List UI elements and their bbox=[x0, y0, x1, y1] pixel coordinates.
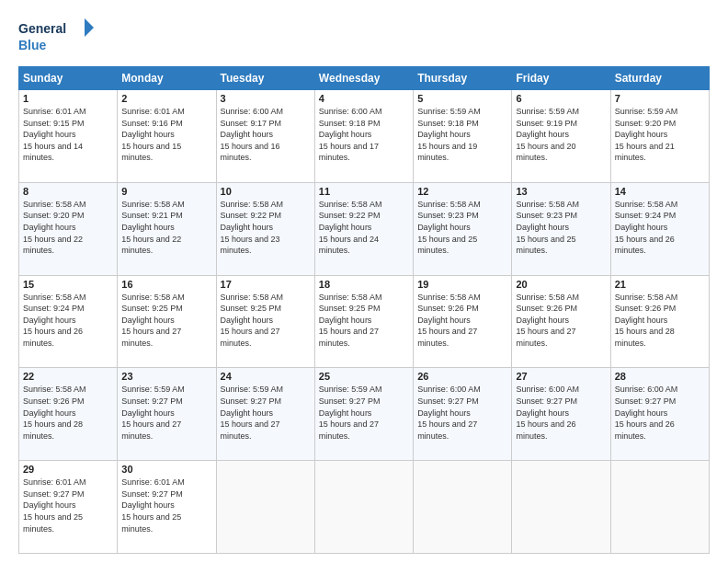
svg-marker-1 bbox=[85, 18, 94, 37]
day-number: 11 bbox=[319, 186, 409, 197]
day-number: 3 bbox=[221, 93, 311, 104]
calendar-cell: 6 Sunrise: 5:59 AM Sunset: 9:19 PM Dayli… bbox=[512, 90, 610, 183]
day-number: 7 bbox=[615, 93, 705, 104]
day-number: 25 bbox=[319, 371, 409, 382]
day-info: Sunrise: 5:58 AM Sunset: 9:26 PM Dayligh… bbox=[23, 384, 113, 442]
day-number: 1 bbox=[23, 93, 113, 104]
day-number: 4 bbox=[319, 93, 409, 104]
calendar-cell: 19 Sunrise: 5:58 AM Sunset: 9:26 PM Dayl… bbox=[414, 275, 512, 368]
calendar-cell: 21 Sunrise: 5:58 AM Sunset: 9:26 PM Dayl… bbox=[610, 275, 709, 368]
day-info: Sunrise: 6:00 AM Sunset: 9:18 PM Dayligh… bbox=[319, 106, 409, 164]
calendar-cell: 14 Sunrise: 5:58 AM Sunset: 9:24 PM Dayl… bbox=[610, 182, 709, 275]
calendar-header-saturday: Saturday bbox=[610, 67, 709, 90]
calendar-cell: 3 Sunrise: 6:00 AM Sunset: 9:17 PM Dayli… bbox=[216, 90, 314, 183]
day-number: 26 bbox=[417, 371, 507, 382]
calendar-cell: 26 Sunrise: 6:00 AM Sunset: 9:27 PM Dayl… bbox=[414, 368, 512, 461]
day-info: Sunrise: 6:00 AM Sunset: 9:27 PM Dayligh… bbox=[615, 384, 705, 442]
calendar-cell: 18 Sunrise: 5:58 AM Sunset: 9:25 PM Dayl… bbox=[314, 275, 413, 368]
day-number: 13 bbox=[516, 186, 606, 197]
calendar-cell: 17 Sunrise: 5:58 AM Sunset: 9:25 PM Dayl… bbox=[216, 275, 314, 368]
calendar-cell: 2 Sunrise: 6:01 AM Sunset: 9:16 PM Dayli… bbox=[118, 90, 216, 183]
day-info: Sunrise: 5:58 AM Sunset: 9:22 PM Dayligh… bbox=[319, 199, 409, 257]
day-number: 15 bbox=[23, 279, 113, 290]
calendar-cell: 13 Sunrise: 5:58 AM Sunset: 9:23 PM Dayl… bbox=[512, 182, 610, 275]
day-info: Sunrise: 5:58 AM Sunset: 9:24 PM Dayligh… bbox=[615, 199, 705, 257]
day-info: Sunrise: 5:58 AM Sunset: 9:21 PM Dayligh… bbox=[121, 199, 211, 257]
day-number: 27 bbox=[516, 371, 606, 382]
day-info: Sunrise: 5:58 AM Sunset: 9:25 PM Dayligh… bbox=[221, 292, 311, 350]
calendar-cell: 22 Sunrise: 5:58 AM Sunset: 9:26 PM Dayl… bbox=[19, 368, 118, 461]
day-info: Sunrise: 5:59 AM Sunset: 9:20 PM Dayligh… bbox=[615, 106, 705, 164]
calendar-header-tuesday: Tuesday bbox=[216, 67, 314, 90]
calendar-cell: 7 Sunrise: 5:59 AM Sunset: 9:20 PM Dayli… bbox=[610, 90, 709, 183]
calendar-cell: 27 Sunrise: 6:00 AM Sunset: 9:27 PM Dayl… bbox=[512, 368, 610, 461]
day-number: 19 bbox=[417, 279, 507, 290]
day-number: 20 bbox=[516, 279, 606, 290]
calendar-cell: 11 Sunrise: 5:58 AM Sunset: 9:22 PM Dayl… bbox=[314, 182, 413, 275]
day-info: Sunrise: 6:00 AM Sunset: 9:27 PM Dayligh… bbox=[417, 384, 507, 442]
calendar-week-row: 1 Sunrise: 6:01 AM Sunset: 9:15 PM Dayli… bbox=[19, 90, 710, 183]
calendar-cell: 15 Sunrise: 5:58 AM Sunset: 9:24 PM Dayl… bbox=[19, 275, 118, 368]
calendar-cell: 1 Sunrise: 6:01 AM Sunset: 9:15 PM Dayli… bbox=[19, 90, 118, 183]
day-number: 21 bbox=[615, 279, 705, 290]
day-info: Sunrise: 5:58 AM Sunset: 9:20 PM Dayligh… bbox=[23, 199, 113, 257]
day-number: 5 bbox=[417, 93, 507, 104]
calendar-header-thursday: Thursday bbox=[414, 67, 512, 90]
day-info: Sunrise: 6:01 AM Sunset: 9:27 PM Dayligh… bbox=[23, 477, 113, 534]
day-number: 28 bbox=[615, 371, 705, 382]
day-number: 14 bbox=[615, 186, 705, 197]
calendar-cell: 12 Sunrise: 5:58 AM Sunset: 9:23 PM Dayl… bbox=[414, 182, 512, 275]
day-info: Sunrise: 5:59 AM Sunset: 9:18 PM Dayligh… bbox=[417, 106, 507, 164]
calendar-cell bbox=[414, 461, 512, 554]
calendar-cell: 28 Sunrise: 6:00 AM Sunset: 9:27 PM Dayl… bbox=[610, 368, 709, 461]
calendar-header-row: SundayMondayTuesdayWednesdayThursdayFrid… bbox=[19, 67, 710, 90]
day-number: 6 bbox=[516, 93, 606, 104]
page: General Blue SundayMondayTuesdayWednesda… bbox=[0, 0, 728, 563]
day-number: 24 bbox=[221, 371, 311, 382]
day-info: Sunrise: 5:58 AM Sunset: 9:25 PM Dayligh… bbox=[121, 292, 211, 350]
day-number: 17 bbox=[221, 279, 311, 290]
calendar-week-row: 29 Sunrise: 6:01 AM Sunset: 9:27 PM Dayl… bbox=[19, 461, 710, 554]
calendar-cell: 20 Sunrise: 5:58 AM Sunset: 9:26 PM Dayl… bbox=[512, 275, 610, 368]
day-number: 10 bbox=[221, 186, 311, 197]
logo: General Blue bbox=[18, 17, 101, 57]
calendar-cell: 5 Sunrise: 5:59 AM Sunset: 9:18 PM Dayli… bbox=[414, 90, 512, 183]
calendar-week-row: 15 Sunrise: 5:58 AM Sunset: 9:24 PM Dayl… bbox=[19, 275, 710, 368]
day-number: 23 bbox=[121, 371, 211, 382]
calendar-cell: 10 Sunrise: 5:58 AM Sunset: 9:22 PM Dayl… bbox=[216, 182, 314, 275]
calendar-cell: 23 Sunrise: 5:59 AM Sunset: 9:27 PM Dayl… bbox=[118, 368, 216, 461]
day-number: 9 bbox=[121, 186, 211, 197]
day-info: Sunrise: 5:59 AM Sunset: 9:27 PM Dayligh… bbox=[319, 384, 409, 442]
day-info: Sunrise: 5:58 AM Sunset: 9:26 PM Dayligh… bbox=[417, 292, 507, 350]
day-info: Sunrise: 5:58 AM Sunset: 9:25 PM Dayligh… bbox=[319, 292, 409, 350]
day-info: Sunrise: 6:00 AM Sunset: 9:17 PM Dayligh… bbox=[221, 106, 311, 164]
day-number: 12 bbox=[417, 186, 507, 197]
calendar-header-friday: Friday bbox=[512, 67, 610, 90]
day-info: Sunrise: 6:01 AM Sunset: 9:16 PM Dayligh… bbox=[121, 106, 211, 164]
calendar-cell: 16 Sunrise: 5:58 AM Sunset: 9:25 PM Dayl… bbox=[118, 275, 216, 368]
day-info: Sunrise: 5:59 AM Sunset: 9:19 PM Dayligh… bbox=[516, 106, 606, 164]
calendar-cell: 29 Sunrise: 6:01 AM Sunset: 9:27 PM Dayl… bbox=[19, 461, 118, 554]
day-number: 22 bbox=[23, 371, 113, 382]
day-info: Sunrise: 6:00 AM Sunset: 9:27 PM Dayligh… bbox=[516, 384, 606, 442]
day-number: 8 bbox=[23, 186, 113, 197]
day-info: Sunrise: 5:58 AM Sunset: 9:26 PM Dayligh… bbox=[516, 292, 606, 350]
calendar-cell: 4 Sunrise: 6:00 AM Sunset: 9:18 PM Dayli… bbox=[314, 90, 413, 183]
day-number: 16 bbox=[121, 279, 211, 290]
day-info: Sunrise: 5:58 AM Sunset: 9:23 PM Dayligh… bbox=[516, 199, 606, 257]
day-info: Sunrise: 5:58 AM Sunset: 9:26 PM Dayligh… bbox=[615, 292, 705, 350]
calendar-week-row: 8 Sunrise: 5:58 AM Sunset: 9:20 PM Dayli… bbox=[19, 182, 710, 275]
calendar-cell: 24 Sunrise: 5:59 AM Sunset: 9:27 PM Dayl… bbox=[216, 368, 314, 461]
calendar-table: SundayMondayTuesdayWednesdayThursdayFrid… bbox=[18, 66, 710, 554]
day-info: Sunrise: 5:58 AM Sunset: 9:22 PM Dayligh… bbox=[221, 199, 311, 257]
calendar-cell: 25 Sunrise: 5:59 AM Sunset: 9:27 PM Dayl… bbox=[314, 368, 413, 461]
calendar-cell: 9 Sunrise: 5:58 AM Sunset: 9:21 PM Dayli… bbox=[118, 182, 216, 275]
calendar-week-row: 22 Sunrise: 5:58 AM Sunset: 9:26 PM Dayl… bbox=[19, 368, 710, 461]
day-info: Sunrise: 5:59 AM Sunset: 9:27 PM Dayligh… bbox=[221, 384, 311, 442]
header: General Blue bbox=[18, 17, 710, 57]
svg-text:Blue: Blue bbox=[18, 38, 47, 52]
calendar-cell: 8 Sunrise: 5:58 AM Sunset: 9:20 PM Dayli… bbox=[19, 182, 118, 275]
calendar-cell: 30 Sunrise: 6:01 AM Sunset: 9:27 PM Dayl… bbox=[118, 461, 216, 554]
day-info: Sunrise: 6:01 AM Sunset: 9:27 PM Dayligh… bbox=[121, 477, 211, 534]
day-number: 30 bbox=[121, 464, 211, 475]
